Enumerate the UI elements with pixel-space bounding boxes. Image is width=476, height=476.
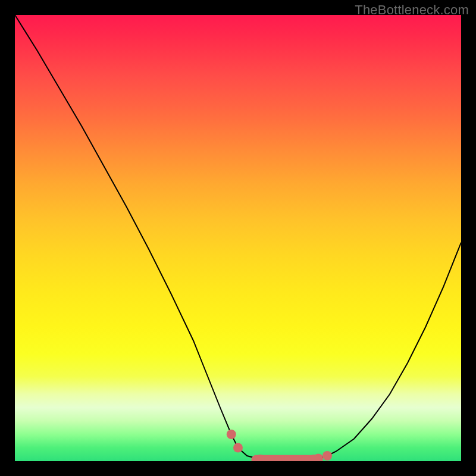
data-point [233, 443, 243, 453]
data-point [322, 451, 332, 461]
watermark-text: TheBottleneck.com [355, 2, 469, 18]
data-point [227, 430, 236, 439]
plot-area [15, 15, 461, 461]
chart-frame: TheBottleneck.com [0, 0, 476, 476]
bottleneck-curve [15, 15, 461, 461]
curve-svg [15, 15, 461, 461]
